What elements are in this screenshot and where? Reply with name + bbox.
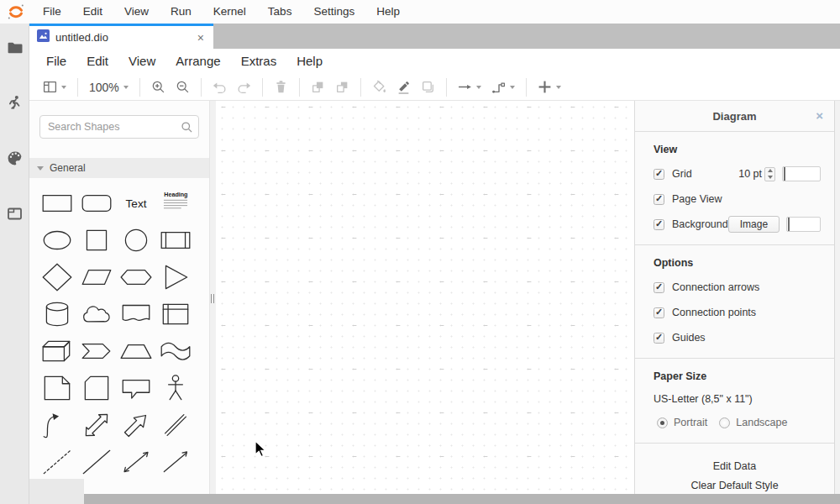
guides-row: Guides [654, 330, 821, 345]
runner-icon[interactable] [6, 94, 23, 111]
background-color-swatch[interactable] [786, 217, 821, 232]
shape-internal-storage[interactable] [155, 296, 195, 333]
background-checkbox[interactable] [654, 219, 664, 230]
page-view-checkbox[interactable] [654, 194, 664, 205]
tabs-icon[interactable] [6, 205, 23, 222]
bottom-scrollbar[interactable] [84, 494, 840, 504]
shape-cloud[interactable] [76, 296, 116, 333]
shape-dashed-line[interactable] [37, 444, 76, 480]
shape-cylinder[interactable] [37, 296, 76, 333]
shape-rounded-rectangle[interactable] [76, 185, 116, 222]
drawio-menu-arrange[interactable]: Arrange [165, 49, 230, 74]
shapes-section-general[interactable]: General [29, 158, 209, 178]
palette-icon[interactable] [6, 150, 23, 166]
zoom-in-button[interactable] [146, 76, 171, 98]
stepper-down-icon[interactable] [768, 176, 773, 179]
shape-diamond[interactable] [37, 259, 76, 296]
connection-icon [458, 80, 472, 94]
shape-step[interactable] [76, 333, 116, 370]
shape-textbox[interactable]: Heading [155, 185, 195, 222]
drawio-menu-file[interactable]: File [36, 49, 76, 74]
shape-hexagon[interactable] [116, 259, 155, 296]
shape-document[interactable] [116, 296, 155, 333]
jl-menu-run[interactable]: Run [160, 0, 202, 24]
drawio-menu-extras[interactable]: Extras [231, 49, 287, 74]
waypoints-button[interactable] [486, 76, 520, 98]
fill-color-button[interactable] [367, 76, 391, 98]
stepper-up-icon[interactable] [768, 169, 773, 172]
zoom-out-button[interactable] [171, 76, 195, 98]
format-panel-close-icon[interactable]: × [816, 108, 823, 123]
shape-rectangle[interactable] [37, 185, 76, 222]
jl-menu-kernel[interactable]: Kernel [202, 0, 257, 24]
grid-color-swatch[interactable] [782, 166, 821, 181]
jl-menu-file[interactable]: File [32, 0, 72, 24]
shape-bidirectional-arrow[interactable] [76, 407, 116, 444]
shape-callout[interactable] [116, 370, 155, 407]
landscape-radio[interactable] [719, 417, 730, 428]
drawio-menu-view[interactable]: View [118, 49, 165, 74]
shape-cube[interactable] [37, 333, 76, 370]
shape-directional-connector[interactable] [155, 444, 195, 480]
delete-button[interactable] [269, 76, 293, 98]
shape-link[interactable] [155, 407, 195, 444]
drawio-menu-edit[interactable]: Edit [76, 49, 118, 74]
shape-actor[interactable] [155, 370, 195, 407]
jl-menu-view[interactable]: View [113, 0, 160, 24]
shadow-button[interactable] [416, 76, 440, 98]
options-heading: Options [654, 257, 821, 269]
shape-circle[interactable] [116, 222, 155, 259]
shape-text[interactable]: Text [116, 185, 155, 222]
redo-button[interactable] [232, 76, 256, 98]
background-image-button[interactable]: Image [728, 216, 780, 233]
caret-down-icon [123, 86, 129, 89]
shape-search-input[interactable] [39, 115, 199, 139]
to-front-icon [311, 80, 325, 94]
paper-size-value[interactable]: US-Letter (8,5" x 11") [654, 393, 821, 405]
shape-line[interactable] [76, 444, 116, 480]
shadow-icon [421, 80, 435, 94]
shape-parallelogram[interactable] [76, 259, 116, 296]
line-color-button[interactable] [391, 76, 416, 98]
tab-untitled-dio[interactable]: untitled.dio × [29, 24, 213, 49]
connection-button[interactable] [453, 76, 486, 98]
connection-arrows-checkbox[interactable] [654, 282, 664, 293]
shape-arrow[interactable] [116, 407, 155, 444]
format-panel-scrollbar[interactable] [834, 101, 840, 504]
tab-close-icon[interactable]: × [197, 32, 204, 44]
jl-menu-help[interactable]: Help [365, 0, 411, 24]
diagram-canvas[interactable] [216, 101, 634, 504]
connection-points-checkbox[interactable] [654, 307, 664, 318]
shape-process[interactable] [155, 222, 195, 259]
shape-curve[interactable] [37, 407, 76, 444]
jl-menu-tabs[interactable]: Tabs [257, 0, 303, 24]
grid-size-stepper[interactable] [764, 167, 775, 181]
edit-data-link[interactable]: Edit Data [635, 460, 834, 472]
shape-ellipse[interactable] [37, 222, 76, 259]
grid-size-value[interactable]: 10 pt [738, 168, 762, 180]
shape-triangle[interactable] [155, 259, 195, 296]
grid-checkbox[interactable] [654, 169, 664, 180]
undo-button[interactable] [207, 76, 232, 98]
guides-checkbox[interactable] [654, 333, 664, 344]
portrait-radio[interactable] [657, 417, 668, 428]
shape-square[interactable] [76, 222, 116, 259]
zoom-level-button[interactable]: 100% [84, 76, 134, 98]
clear-default-style-link[interactable]: Clear Default Style [635, 480, 834, 491]
jl-menu-edit[interactable]: Edit [72, 0, 113, 24]
jl-menu-settings[interactable]: Settings [302, 0, 365, 24]
folder-icon[interactable] [6, 39, 23, 55]
to-back-button[interactable] [330, 76, 354, 98]
to-front-button[interactable] [306, 76, 330, 98]
view-style-button[interactable] [38, 76, 71, 98]
shape-trapezoid[interactable] [116, 333, 155, 370]
insert-button[interactable] [533, 76, 566, 98]
shape-tape[interactable] [155, 333, 195, 370]
view-section: View Grid 10 pt [635, 132, 834, 244]
toolbar-separator [526, 78, 527, 97]
shape-bidirectional-connector[interactable] [116, 444, 155, 480]
drawio-menu-help[interactable]: Help [286, 49, 333, 74]
shape-card[interactable] [76, 370, 116, 407]
sidebar-splitter[interactable] [210, 101, 216, 504]
shape-note[interactable] [37, 370, 76, 407]
